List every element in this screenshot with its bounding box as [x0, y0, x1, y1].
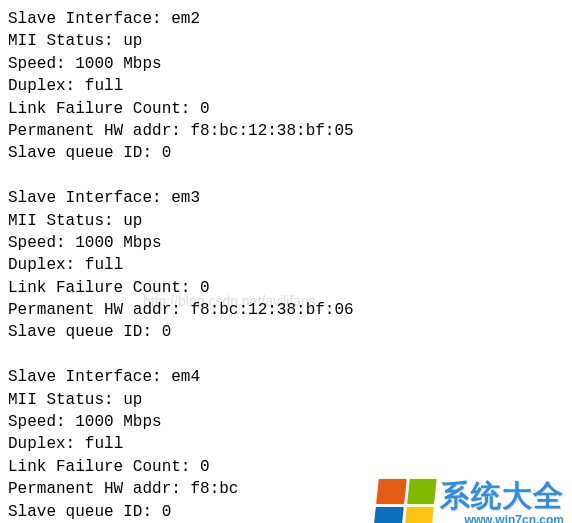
- label: Permanent HW addr:: [8, 301, 181, 319]
- terminal-line: Slave queue ID: 0: [8, 142, 564, 164]
- label: Link Failure Count:: [8, 100, 190, 118]
- label: Permanent HW addr:: [8, 480, 181, 498]
- terminal-line: Duplex: full: [8, 433, 564, 455]
- terminal-line: Speed: 1000 Mbps: [8, 232, 564, 254]
- terminal-blank-line: [8, 165, 564, 187]
- terminal-line: Link Failure Count: 0: [8, 98, 564, 120]
- terminal-line: Permanent HW addr: f8:bc: [8, 478, 564, 500]
- terminal-line: Slave Interface: em3: [8, 187, 564, 209]
- terminal-line: Slave queue ID: 0: [8, 501, 564, 523]
- label: MII Status:: [8, 391, 114, 409]
- terminal-line: Slave Interface: em2: [8, 8, 564, 30]
- value: f8:bc:12:38:bf:06: [190, 301, 353, 319]
- value: up: [123, 32, 142, 50]
- terminal-output: http://blog.csdn.net/avilifans Slave Int…: [8, 8, 564, 523]
- value: f8:bc:12:38:bf:05: [190, 122, 353, 140]
- value: up: [123, 212, 142, 230]
- label: Slave Interface:: [8, 10, 162, 28]
- terminal-line: Speed: 1000 Mbps: [8, 53, 564, 75]
- terminal-blank-line: [8, 344, 564, 366]
- terminal-line: MII Status: up: [8, 30, 564, 52]
- label: MII Status:: [8, 212, 114, 230]
- terminal-line: Speed: 1000 Mbps: [8, 411, 564, 433]
- terminal-line: MII Status: up: [8, 389, 564, 411]
- value: 0: [200, 100, 210, 118]
- label: Slave Interface:: [8, 189, 162, 207]
- terminal-line: Duplex: full: [8, 75, 564, 97]
- terminal-line: MII Status: up: [8, 210, 564, 232]
- terminal-line: Link Failure Count: 0: [8, 277, 564, 299]
- value: em3: [171, 189, 200, 207]
- label: Slave queue ID:: [8, 323, 152, 341]
- value: 0: [200, 458, 210, 476]
- value: full: [85, 435, 123, 453]
- label: Duplex:: [8, 256, 75, 274]
- value: 1000 Mbps: [75, 55, 161, 73]
- value: 0: [162, 144, 172, 162]
- label: Speed:: [8, 234, 66, 252]
- value: 1000 Mbps: [75, 234, 161, 252]
- label: MII Status:: [8, 32, 114, 50]
- value: 0: [162, 323, 172, 341]
- terminal-line: Slave Interface: em4: [8, 366, 564, 388]
- value: 0: [200, 279, 210, 297]
- label: Slave queue ID:: [8, 503, 152, 521]
- value: full: [85, 256, 123, 274]
- value: full: [85, 77, 123, 95]
- terminal-line: Permanent HW addr: f8:bc:12:38:bf:06: [8, 299, 564, 321]
- label: Permanent HW addr:: [8, 122, 181, 140]
- terminal-line: Duplex: full: [8, 254, 564, 276]
- terminal-line: Link Failure Count: 0: [8, 456, 564, 478]
- label: Link Failure Count:: [8, 458, 190, 476]
- label: Speed:: [8, 55, 66, 73]
- label: Duplex:: [8, 77, 75, 95]
- value: em2: [171, 10, 200, 28]
- value: up: [123, 391, 142, 409]
- value: 0: [162, 503, 172, 521]
- terminal-line: Slave queue ID: 0: [8, 321, 564, 343]
- value: 1000 Mbps: [75, 413, 161, 431]
- label: Slave Interface:: [8, 368, 162, 386]
- label: Duplex:: [8, 435, 75, 453]
- label: Slave queue ID:: [8, 144, 152, 162]
- value: f8:bc: [190, 480, 238, 498]
- value: em4: [171, 368, 200, 386]
- terminal-line: Permanent HW addr: f8:bc:12:38:bf:05: [8, 120, 564, 142]
- label: Link Failure Count:: [8, 279, 190, 297]
- label: Speed:: [8, 413, 66, 431]
